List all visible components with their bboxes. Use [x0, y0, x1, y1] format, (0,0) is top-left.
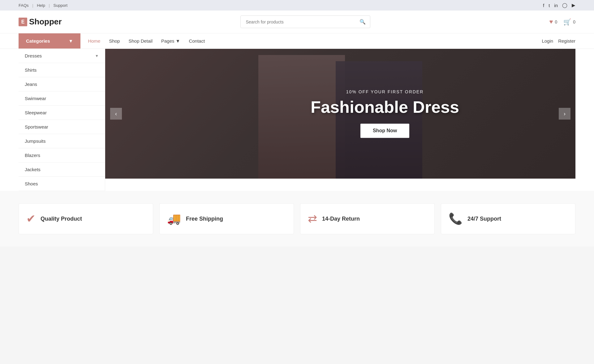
sidebar-item-jeans[interactable]: Jeans: [19, 77, 105, 91]
sidebar-item-swimwear[interactable]: Swimwear: [19, 91, 105, 106]
nav-auth: Login Register: [542, 38, 575, 44]
topbar-support-link[interactable]: Support: [54, 3, 68, 8]
instagram-icon[interactable]: ◯: [562, 2, 567, 8]
sidebar-item-jackets[interactable]: Jackets: [19, 163, 105, 177]
twitter-icon[interactable]: t: [549, 3, 550, 8]
header: E Shopper 🔍 ♥ 0 🛒 0: [0, 11, 594, 33]
top-bar-links: FAQs | Help | Support: [19, 3, 70, 8]
return-icon: ⇄: [308, 212, 317, 225]
nav-contact[interactable]: Contact: [189, 38, 205, 44]
sidebar-item-jumpsuits[interactable]: Jumpsuits: [19, 134, 105, 148]
sidebar-jackets-label: Jackets: [25, 167, 41, 172]
hero-content: 10% OFF YOUR FIRST ORDER Fashionable Dre…: [311, 89, 459, 138]
sidebar-jumpsuits-label: Jumpsuits: [25, 138, 46, 144]
wishlist-count: 0: [555, 19, 557, 24]
sidebar-item-sleepwear[interactable]: Sleepwear: [19, 106, 105, 120]
nav-left: Categories ▼ Home Shop Shop Detail Pages…: [19, 33, 212, 49]
sidebar-item-blazers[interactable]: Blazers: [19, 148, 105, 163]
prev-icon: ‹: [115, 111, 117, 117]
login-link[interactable]: Login: [542, 38, 553, 44]
nav-shop-detail[interactable]: Shop Detail: [128, 38, 153, 44]
dresses-chevron-icon: ▼: [95, 54, 99, 58]
cart-count: 0: [573, 19, 575, 24]
register-link[interactable]: Register: [558, 38, 575, 44]
cart-icon: 🛒: [563, 18, 571, 26]
sidebar-shirts-label: Shirts: [25, 67, 37, 73]
hero-subtitle: 10% OFF YOUR FIRST ORDER: [311, 89, 459, 94]
feature-shipping: 🚚 Free Shipping: [159, 203, 294, 234]
search-button[interactable]: 🔍: [355, 16, 370, 28]
sidebar-item-shirts[interactable]: Shirts: [19, 63, 105, 77]
hero-background: 10% OFF YOUR FIRST ORDER Fashionable Dre…: [105, 49, 575, 179]
social-links: f t in ◯ ▶: [543, 2, 575, 8]
logo-letter: E: [19, 18, 27, 26]
shop-now-button[interactable]: Shop Now: [360, 124, 409, 138]
sep2: |: [49, 3, 51, 8]
hero-title: Fashionable Dress: [311, 98, 459, 116]
sidebar-item-sportswear[interactable]: Sportswear: [19, 120, 105, 134]
header-right: ♥ 0 🛒 0: [549, 18, 575, 26]
support-label: 24/7 Support: [467, 216, 501, 222]
sidebar-item-shoes[interactable]: Shoes: [19, 177, 105, 191]
nav-pages[interactable]: Pages ▼: [161, 38, 180, 44]
feature-support: 📞 24/7 Support: [441, 203, 575, 234]
search-bar: 🔍: [240, 15, 370, 28]
logo[interactable]: E Shopper: [19, 17, 62, 27]
pages-dropdown-icon: ▼: [176, 38, 180, 44]
nav-bar: Categories ▼ Home Shop Shop Detail Pages…: [0, 33, 594, 49]
truck-icon: 🚚: [167, 212, 181, 225]
feature-quality: ✔ Quality Product: [19, 203, 153, 234]
hero-prev-button[interactable]: ‹: [110, 108, 122, 120]
top-bar: FAQs | Help | Support f t in ◯ ▶: [0, 0, 594, 11]
main-content: Dresses ▼ Shirts Jeans Swimwear Sleepwea…: [0, 49, 594, 191]
linkedin-icon[interactable]: in: [554, 3, 558, 8]
sidebar-swimwear-label: Swimwear: [25, 96, 46, 101]
sidebar-sleepwear-label: Sleepwear: [25, 110, 47, 115]
next-icon: ›: [564, 111, 566, 117]
checkmark-icon: ✔: [26, 212, 36, 225]
sidebar: Dresses ▼ Shirts Jeans Swimwear Sleepwea…: [19, 49, 105, 191]
hero-slider: 10% OFF YOUR FIRST ORDER Fashionable Dre…: [105, 49, 575, 179]
sidebar-item-dresses[interactable]: Dresses ▼: [19, 49, 105, 63]
return-label: 14-Day Return: [322, 216, 360, 222]
wishlist-group[interactable]: ♥ 0: [549, 18, 557, 25]
sep1: |: [32, 3, 34, 8]
categories-chevron-icon: ▼: [69, 38, 73, 44]
categories-button[interactable]: Categories ▼: [19, 33, 80, 49]
topbar-help-link[interactable]: Help: [37, 3, 45, 8]
heart-icon: ♥: [549, 18, 553, 25]
nav-home[interactable]: Home: [88, 38, 100, 44]
features-section: ✔ Quality Product 🚚 Free Shipping ⇄ 14-D…: [0, 191, 594, 247]
logo-name: Shopper: [29, 17, 62, 27]
phone-icon: 📞: [449, 212, 463, 225]
sidebar-blazers-label: Blazers: [25, 153, 40, 158]
search-icon: 🔍: [359, 19, 366, 24]
categories-label: Categories: [26, 38, 50, 44]
youtube-icon[interactable]: ▶: [572, 2, 575, 8]
sidebar-dresses-label: Dresses: [25, 53, 42, 58]
sidebar-sportswear-label: Sportswear: [25, 124, 48, 129]
nav-links: Home Shop Shop Detail Pages ▼ Contact: [80, 33, 212, 49]
cart-group[interactable]: 🛒 0: [563, 18, 575, 26]
nav-shop[interactable]: Shop: [109, 38, 120, 44]
search-input[interactable]: [241, 16, 355, 28]
quality-label: Quality Product: [41, 216, 82, 222]
feature-return: ⇄ 14-Day Return: [300, 203, 435, 234]
topbar-faqs-link[interactable]: FAQs: [19, 3, 29, 8]
sidebar-shoes-label: Shoes: [25, 181, 38, 186]
sidebar-jeans-label: Jeans: [25, 82, 37, 87]
hero-next-button[interactable]: ›: [559, 108, 570, 120]
shipping-label: Free Shipping: [186, 216, 223, 222]
facebook-icon[interactable]: f: [543, 3, 544, 8]
